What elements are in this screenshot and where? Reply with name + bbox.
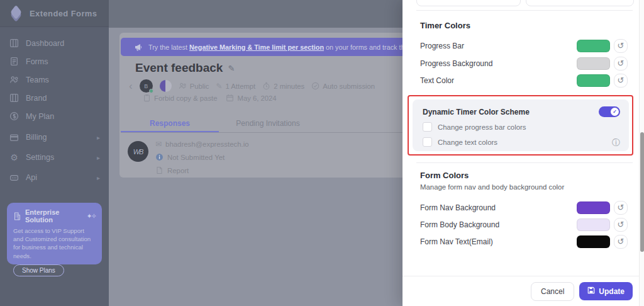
building-icon bbox=[13, 212, 21, 220]
reset-color-button[interactable]: ↺ bbox=[614, 39, 628, 53]
sidebar-nav: Dashboard Forms Teams Brand My Plan Bill… bbox=[0, 27, 109, 188]
meta-date: May 6, 2024 bbox=[226, 94, 276, 102]
respondent-avatar: WB bbox=[128, 141, 148, 162]
form-nav-text-row: Form Nav Text(Email) ↺ bbox=[420, 235, 628, 249]
enterprise-card: Enterprise Solution ✦✧ Get access to VIP… bbox=[7, 203, 102, 264]
page-title: Event feedback bbox=[135, 61, 223, 75]
tab-bar: Responses Pending Invitations bbox=[121, 115, 402, 133]
customize-panel: Timer Colors Progress Bar ↺ Progress Bac… bbox=[402, 0, 644, 306]
timer-colors-heading: Timer Colors bbox=[420, 21, 470, 30]
panel-scrollbar bbox=[639, 0, 644, 306]
back-chevron-icon[interactable]: ‹ bbox=[129, 81, 133, 91]
meta-visibility: Public bbox=[179, 82, 209, 90]
sidebar-item-label: Forms bbox=[26, 57, 48, 66]
app-window: Extended Forms Dashboard Forms Teams Bra… bbox=[0, 0, 644, 306]
pencil-icon: ✎ bbox=[216, 82, 222, 90]
main-top-header bbox=[109, 0, 402, 28]
respondent-status-row: Not Submitted Yet bbox=[155, 152, 249, 163]
color-swatch[interactable] bbox=[577, 235, 610, 248]
tab-responses[interactable]: Responses bbox=[121, 115, 219, 132]
form-meta-row: ‹ B Public ✎ 1 Attempt 2 minutes Auto su… bbox=[129, 79, 375, 93]
billing-icon bbox=[9, 133, 19, 142]
sidebar-item-label: Billing bbox=[26, 133, 47, 142]
color-swatch[interactable] bbox=[577, 74, 610, 87]
teams-icon bbox=[9, 75, 19, 84]
timer-icon bbox=[262, 82, 270, 90]
scrollbar-thumb[interactable] bbox=[640, 132, 644, 252]
panel-footer: Cancel Update bbox=[402, 276, 639, 306]
enterprise-description: Get access to VIP Support and Customized… bbox=[13, 227, 96, 260]
owner-avatar: B bbox=[140, 79, 153, 93]
check-circle-icon bbox=[311, 82, 319, 90]
sidebar-item-forms[interactable]: Forms bbox=[0, 52, 109, 71]
color-input-partial[interactable] bbox=[526, 0, 634, 6]
sidebar-item-teams[interactable]: Teams bbox=[0, 71, 109, 89]
form-colors-subtitle: Manage form nav and body background colo… bbox=[420, 183, 564, 191]
sidebar-item-label: Dashboard bbox=[26, 39, 64, 48]
tab-pending-invitations[interactable]: Pending Invitations bbox=[219, 115, 317, 132]
brand-name: Extended Forms bbox=[30, 9, 97, 18]
sidebar-item-brand[interactable]: Brand bbox=[0, 89, 109, 107]
form-nav-background-row: Form Nav Background ↺ bbox=[420, 201, 628, 215]
report-link: Report bbox=[167, 167, 189, 174]
reset-color-button[interactable]: ↺ bbox=[614, 218, 628, 232]
respondent-email-row: ✉ bhadresh@expresstech.io bbox=[155, 139, 249, 150]
sidebar-item-api[interactable]: Api ▸ bbox=[0, 167, 109, 188]
save-icon bbox=[587, 286, 595, 296]
settings-icon: ⚙ bbox=[9, 153, 19, 162]
sparkles-icon: ✦✧ bbox=[87, 212, 96, 220]
color-swatch[interactable] bbox=[577, 57, 610, 70]
mail-icon: ✉ bbox=[155, 140, 162, 148]
color-swatch[interactable] bbox=[577, 40, 610, 52]
megaphone-icon bbox=[134, 43, 143, 52]
main-content: Try the latest Negative Marking & Time l… bbox=[109, 0, 402, 306]
sidebar-item-billing[interactable]: Billing ▸ bbox=[0, 127, 109, 147]
submenu-arrow-icon: ▸ bbox=[97, 134, 100, 141]
banner-text: Try the latest Negative Marking & Time l… bbox=[148, 43, 402, 51]
sidebar-item-label: Api bbox=[26, 173, 37, 182]
update-button[interactable]: Update bbox=[579, 282, 633, 300]
reset-color-button[interactable]: ↺ bbox=[614, 57, 628, 71]
cancel-button[interactable]: Cancel bbox=[531, 282, 574, 301]
brand-icon bbox=[9, 93, 19, 103]
color-swatch[interactable] bbox=[577, 201, 610, 214]
sidebar-header: Extended Forms bbox=[0, 0, 109, 27]
meta-copy-paste: Forbid copy & paste bbox=[143, 94, 217, 102]
calendar-icon bbox=[226, 94, 234, 102]
banner-link[interactable]: Negative Marking & Time limit per sectio… bbox=[189, 43, 324, 51]
my-plan-icon bbox=[9, 111, 19, 121]
people-icon bbox=[179, 82, 187, 90]
report-row[interactable]: Report bbox=[155, 165, 249, 176]
dashboard-icon bbox=[9, 38, 19, 48]
divider bbox=[416, 10, 633, 11]
respondent-email: bhadresh@expresstech.io bbox=[165, 140, 249, 148]
color-swatch[interactable] bbox=[577, 218, 610, 231]
meta-submission: Auto submission bbox=[311, 82, 375, 90]
sidebar: Extended Forms Dashboard Forms Teams Bra… bbox=[0, 0, 109, 306]
enterprise-title: Enterprise Solution bbox=[25, 208, 82, 224]
sidebar-item-label: My Plan bbox=[26, 112, 54, 121]
meta-duration: 2 minutes bbox=[262, 82, 304, 90]
sidebar-item-dashboard[interactable]: Dashboard bbox=[0, 34, 109, 52]
color-input-partial[interactable] bbox=[416, 0, 521, 6]
submenu-arrow-icon: ▸ bbox=[97, 174, 100, 181]
divider bbox=[416, 162, 633, 163]
announcement-banner[interactable]: Try the latest Negative Marking & Time l… bbox=[121, 38, 402, 56]
forms-icon bbox=[9, 57, 19, 66]
show-plans-button[interactable]: Show Plans bbox=[13, 264, 64, 276]
sidebar-item-label: Brand bbox=[26, 94, 47, 103]
reset-color-button[interactable]: ↺ bbox=[614, 74, 628, 88]
edit-title-icon[interactable]: ✎ bbox=[228, 64, 235, 73]
submenu-arrow-icon: ▸ bbox=[97, 154, 100, 161]
sidebar-item-my-plan[interactable]: My Plan bbox=[0, 107, 109, 125]
form-colors-heading: Form Colors bbox=[420, 171, 469, 180]
clipboard-icon bbox=[143, 94, 151, 102]
reset-color-button[interactable]: ↺ bbox=[614, 235, 628, 249]
highlight-annotation bbox=[408, 95, 633, 156]
sidebar-item-settings[interactable]: ⚙ Settings ▸ bbox=[0, 147, 109, 167]
sidebar-item-label: Settings bbox=[26, 153, 54, 162]
brand-logo-icon bbox=[9, 6, 23, 20]
meta-attempts: ✎ 1 Attempt bbox=[216, 82, 255, 90]
text-color-row: Text Color ↺ bbox=[420, 74, 628, 88]
reset-color-button[interactable]: ↺ bbox=[614, 201, 628, 215]
